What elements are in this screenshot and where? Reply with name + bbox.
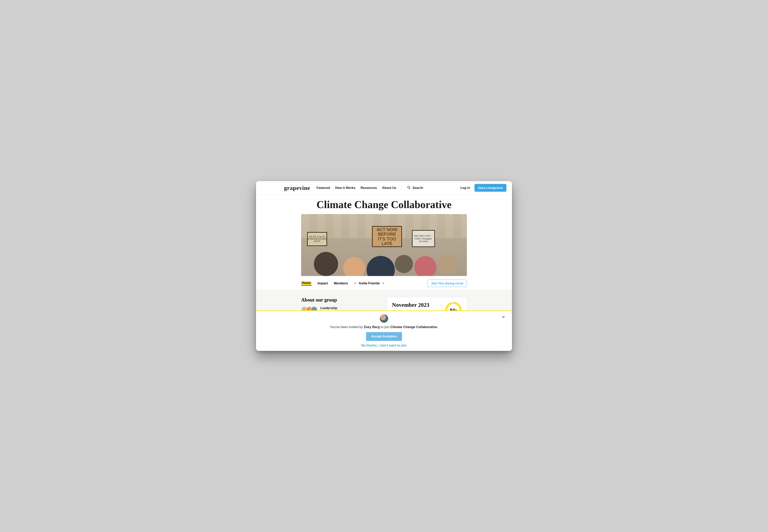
svg-line-1 (409, 188, 410, 189)
start-grapevine-button[interactable]: Start a Grapevine (474, 184, 506, 192)
page-body: Climate Change Collaborative ACT NOW BEF… (256, 195, 512, 351)
nav-how-it-works[interactable]: How it Works (335, 186, 355, 190)
search-icon (407, 186, 411, 190)
tab-invite-label: Invite Friends (359, 282, 380, 285)
inviter-avatar (380, 314, 388, 323)
chevron-down-icon (501, 316, 506, 320)
search-label: Search (413, 186, 423, 190)
hero-sign-left: ES IST 5 vor 12 KOHLEAUSSTIEG JETZT (307, 232, 327, 246)
invitation-text: You've been invited by Zoey Berg to join… (256, 325, 512, 329)
hero-sign-right: DIE WELT IST… voller Lösungen: Act now! (412, 230, 435, 247)
brand-logo[interactable]: grapevine (284, 185, 310, 191)
page-subnav: Home Impact Members ✦⁺ Invite Friends ⁺✦… (301, 276, 467, 290)
tab-invite-friends[interactable]: ✦⁺ Invite Friends ⁺✦ (354, 281, 385, 285)
join-circle-button[interactable]: Join This Giving Circle (428, 280, 467, 287)
hero-image: ACT NOW BEFORE IT'S TOO LATE DIE WELT IS… (301, 214, 467, 276)
leadership-label: Leadership (320, 306, 380, 310)
nav-right: Log in Start a Grapevine (460, 184, 506, 192)
tab-members[interactable]: Members (334, 282, 348, 285)
inviter-name: Zoey Berg (364, 325, 380, 329)
hero-sign-main: ACT NOW BEFORE IT'S TOO LATE (372, 226, 402, 247)
nav-search[interactable]: Search (407, 186, 423, 190)
stats-period: November 2023 (392, 302, 441, 308)
tab-home[interactable]: Home (301, 281, 312, 286)
invitation-banner: You've been invited by Zoey Berg to join… (256, 310, 512, 351)
collapse-banner-button[interactable] (501, 315, 506, 320)
login-link[interactable]: Log in (460, 186, 470, 190)
nav-resources[interactable]: Resources (361, 186, 377, 190)
about-heading: About our group (301, 297, 380, 303)
svg-point-0 (408, 186, 410, 188)
tab-impact[interactable]: Impact (318, 282, 328, 285)
invited-circle-name: Climate Change Collaborative. (390, 325, 438, 329)
app-window: grapevine Featured How it Works Resource… (256, 181, 512, 351)
page-title: Climate Change Collaborative (301, 199, 467, 210)
accept-invitation-button[interactable]: Accept Invitation (366, 332, 402, 341)
nav-featured[interactable]: Featured (317, 186, 330, 190)
sparkle-icon: ⁺✦ (381, 282, 385, 285)
top-nav: grapevine Featured How it Works Resource… (256, 181, 512, 195)
decline-invitation-link[interactable]: No thanks, I don't want to join (256, 344, 512, 347)
nav-about-us[interactable]: About Us (382, 186, 396, 190)
sparkle-icon: ✦⁺ (354, 282, 358, 285)
